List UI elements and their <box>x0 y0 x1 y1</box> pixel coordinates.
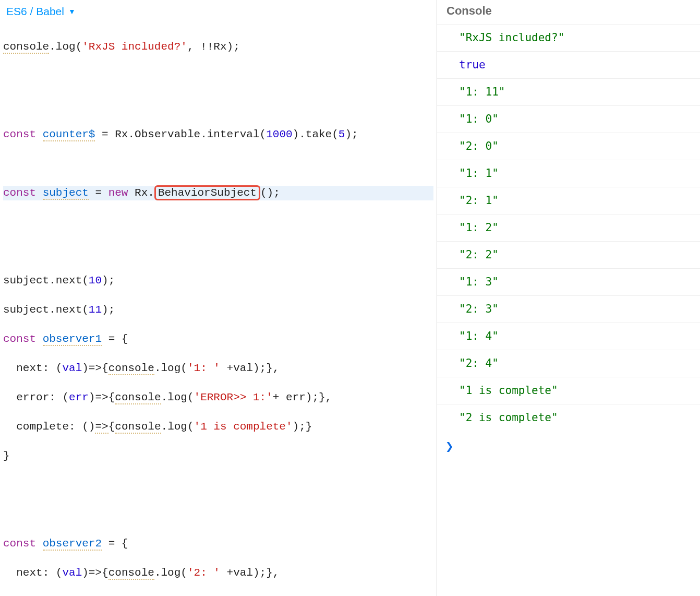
console-row: "1: 1" <box>437 160 700 187</box>
console-row: "2: 3" <box>437 295 700 323</box>
console-row: "2: 1" <box>437 187 700 214</box>
console-prompt[interactable]: ❯ <box>437 431 700 461</box>
console-row: "2: 4" <box>437 350 700 377</box>
language-label: ES6 / Babel <box>6 5 64 18</box>
console-row: "2: 2" <box>437 241 700 268</box>
console-row: "1 is complete" <box>437 377 700 404</box>
editor-pane: ES6 / Babel ▼ console.log('RxJS included… <box>0 0 437 596</box>
console-output: "RxJS included?"true"1: 11""1: 0""2: 0""… <box>437 24 700 431</box>
console-row: "1: 11" <box>437 78 700 105</box>
console-pane: Console "RxJS included?"true"1: 11""1: 0… <box>437 0 700 596</box>
console-row: "1: 3" <box>437 268 700 295</box>
console-row: "2: 0" <box>437 133 700 160</box>
console-row: "1: 4" <box>437 323 700 350</box>
chevron-down-icon: ▼ <box>68 7 76 16</box>
language-selector[interactable]: ES6 / Babel ▼ <box>0 0 82 25</box>
console-row: "RxJS included?" <box>437 24 700 51</box>
console-row: "1: 2" <box>437 214 700 241</box>
code-editor[interactable]: console.log('RxJS included?', !!Rx); con… <box>0 25 437 596</box>
highlighted-line: const subject = new Rx.BehaviorSubject()… <box>3 186 433 200</box>
console-title: Console <box>437 0 700 24</box>
behavior-subject-box: BehaviorSubject <box>154 185 260 200</box>
console-row: "2 is complete" <box>437 404 700 431</box>
console-row: "1: 0" <box>437 105 700 133</box>
console-row: true <box>437 51 700 78</box>
